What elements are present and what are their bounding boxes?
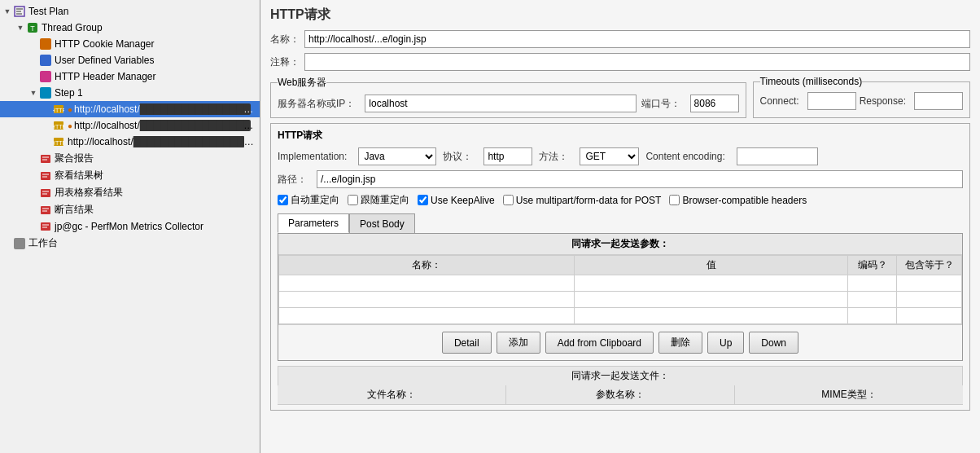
report-icon (39, 152, 52, 165)
tree-item-report3[interactable]: 用表格察看结果 (0, 184, 260, 201)
auto-redirect-checkbox[interactable] (278, 195, 288, 205)
server-timeouts-row: Web服务器 服务器名称或IP： 端口号： Timeouts (millisec… (270, 76, 970, 118)
svg-text:HTTP: HTTP (53, 108, 64, 113)
tree-item-user-vars[interactable]: User Defined Variables (0, 52, 260, 68)
expand-arrow (29, 206, 37, 214)
add-button[interactable]: 添加 (497, 332, 540, 354)
col-value: 值 (575, 256, 848, 275)
tree-item-cookie-manager[interactable]: HTTP Cookie Manager (0, 36, 260, 52)
report-icon (39, 220, 52, 233)
tree-item-workbench[interactable]: 工作台 (0, 235, 260, 252)
files-header: 同请求一起发送文件： (278, 366, 963, 385)
params-body (279, 275, 962, 324)
response-input[interactable] (914, 92, 963, 110)
detail-button[interactable]: Detail (442, 332, 492, 354)
impl-row: Implementation: Java HttpClient3.1 HttpC… (278, 147, 963, 165)
var-icon (39, 54, 52, 67)
path-label: 路径： (278, 173, 307, 187)
tree-item-label: Thread Group (42, 22, 103, 33)
keepalive-checkbox[interactable] (418, 195, 428, 205)
panel-title: HTTP请求 (270, 7, 970, 24)
expand-arrow (42, 121, 50, 130)
method-label: 方法： (539, 150, 568, 164)
add-from-clipboard-button[interactable]: Add from Clipboard (545, 332, 654, 354)
encoding-input[interactable] (737, 147, 818, 165)
tab-post-body[interactable]: Post Body (349, 213, 415, 233)
name-row: 名称： (270, 30, 970, 48)
status-dot: ● (68, 121, 72, 130)
empty-row (279, 275, 962, 292)
follow-redirect-label: 跟随重定向 (361, 193, 409, 207)
expand-arrow (29, 189, 37, 197)
tree-item-label: http://localhost/████████████████/login.… (74, 120, 256, 131)
impl-select[interactable]: Java HttpClient3.1 HttpClient4 (358, 147, 436, 165)
expand-arrow (3, 240, 11, 248)
tree-item-thread-group[interactable]: ▼TThread Group (0, 20, 260, 36)
mime-col: MIME类型： (735, 385, 963, 404)
browser-compat-checkbox[interactable] (669, 195, 680, 205)
comment-label: 注释： (270, 55, 300, 69)
auto-redirect-item: 自动重定向 (278, 193, 339, 207)
tree-item-http1[interactable]: HTTP●http://localhost/████████████████/l… (0, 101, 260, 117)
name-input[interactable] (304, 30, 970, 48)
tree-item-label: http://localhost/████████████████/ertoSh… (68, 136, 256, 147)
browser-compat-item: Browser-compatible headers (669, 195, 807, 206)
expand-arrow: ▼ (3, 7, 11, 15)
col-include: 包含等于？ (897, 256, 962, 275)
tab-content: 同请求一起发送参数： 名称： 值 编码？ 包含等于？ (278, 233, 963, 361)
timeouts-legend: Timeouts (milliseconds) (760, 76, 863, 87)
tree-item-perfmon[interactable]: jp@gc - PerfMon Metrics Collector (0, 218, 260, 235)
svg-text:T: T (30, 24, 35, 33)
svg-text:HTTP: HTTP (53, 124, 64, 130)
report-icon (39, 204, 52, 217)
tree-item-header-manager[interactable]: HTTP Header Manager (0, 68, 260, 85)
http-icon: HTTP (52, 135, 65, 148)
follow-redirect-checkbox[interactable] (348, 195, 358, 205)
params-table: 名称： 值 编码？ 包含等于？ (278, 255, 962, 324)
tree-item-http2[interactable]: HTTP●http://localhost/████████████████/l… (0, 117, 260, 134)
files-columns: 文件名称： 参数名称： MIME类型： (278, 385, 963, 405)
tree-item-label: HTTP Header Manager (55, 71, 156, 82)
tree-item-label: http://localhost/████████████████/login.… (74, 103, 256, 115)
tree-item-label: 工作台 (28, 236, 58, 250)
expand-arrow (29, 56, 37, 64)
svg-rect-15 (41, 172, 50, 180)
tree-item-test-plan[interactable]: ▼Test Plan (0, 3, 260, 20)
svg-rect-12 (41, 155, 50, 163)
tab-parameters[interactable]: Parameters (278, 213, 349, 233)
connect-input[interactable] (807, 92, 856, 110)
port-input[interactable] (690, 95, 739, 112)
expand-arrow (29, 222, 37, 231)
expand-arrow: ▼ (29, 89, 37, 97)
expand-arrow: ▼ (16, 24, 24, 32)
tree-item-report4[interactable]: 断言结果 (0, 201, 260, 218)
protocol-label: 协议： (443, 150, 472, 164)
up-button[interactable]: Up (707, 332, 744, 354)
path-input[interactable] (317, 170, 963, 188)
follow-redirect-item: 跟随重定向 (348, 193, 409, 207)
multipart-checkbox[interactable] (503, 195, 514, 205)
status-dot: ● (68, 105, 72, 114)
tree-item-step1[interactable]: ▼Step 1 (0, 85, 260, 101)
tree-item-label: 聚合报告 (55, 152, 94, 165)
tree-item-label: Step 1 (55, 87, 83, 99)
expand-arrow (42, 105, 50, 113)
down-button[interactable]: Down (749, 332, 798, 354)
tree-item-report2[interactable]: 察看结果树 (0, 167, 260, 184)
tree-item-http3[interactable]: HTTPhttp://localhost/████████████████/er… (0, 134, 260, 150)
impl-label: Implementation: (278, 151, 347, 162)
right-panel: HTTP请求 名称： 注释： Web服务器 服务器名称或IP： 端口号： Tim… (260, 0, 980, 453)
comment-row: 注释： (270, 53, 970, 71)
params-header: 同请求一起发送参数： (278, 234, 962, 255)
protocol-input[interactable] (483, 147, 532, 165)
svg-rect-18 (41, 189, 50, 197)
browser-compat-label: Browser-compatible headers (682, 195, 807, 206)
http-icon: HTTP (52, 103, 65, 116)
delete-button[interactable]: 删除 (658, 332, 702, 354)
expand-arrow (29, 155, 37, 163)
tree-item-report1[interactable]: 聚合报告 (0, 150, 260, 167)
tree-item-label: 用表格察看结果 (55, 186, 123, 200)
server-name-input[interactable] (365, 95, 636, 112)
comment-input[interactable] (304, 53, 970, 71)
method-select[interactable]: GET POST PUT DELETE (580, 147, 639, 165)
